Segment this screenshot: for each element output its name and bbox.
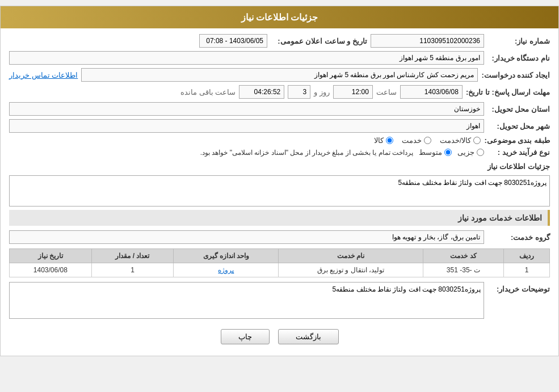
category-label-kala: کالا: [374, 136, 384, 145]
need-desc-textarea[interactable]: پروژه8030251 جهت افت ولتاژ نقاط مختلف من…: [9, 175, 550, 206]
print-button[interactable]: چاپ: [221, 329, 270, 344]
procurement-options: جزیی متوسط پرداخت تمام یا بخشی از مبلغ خ…: [200, 148, 484, 157]
buyer-desc-textarea[interactable]: پروژه8030251 جهت افت ولتاژ نقاط مختلف من…: [9, 282, 484, 319]
procurement-label: نوع فرآیند خرید :: [487, 148, 550, 157]
services-section-title: اطلاعات خدمات مورد نیاز: [9, 210, 550, 226]
need-desc-section: جزئیات اطلاعات نیاز پروژه8030251 جهت افت…: [9, 160, 550, 206]
procurement-label-motawaset: متوسط: [419, 148, 442, 157]
need-desc-wrapper: پروژه8030251 جهت افت ولتاژ نقاط مختلف من…: [9, 175, 550, 206]
need-number-row: شماره نیاز: تاریخ و ساعت اعلان عمومی:: [9, 34, 550, 48]
page-header: جزئیات اطلاعات نیاز: [1, 6, 558, 28]
col-header-unit: واحد اندازه گیری: [174, 249, 279, 263]
procurement-row: نوع فرآیند خرید : جزیی متوسط پرداخت تمام…: [9, 148, 550, 157]
buyer-org-input: [9, 51, 484, 65]
deadline-days-label: روز و: [314, 88, 330, 96]
need-desc-row: پروژه8030251 جهت افت ولتاژ نقاط مختلف من…: [9, 175, 550, 206]
buyer-desc-label: توضیحات خریدار:: [487, 282, 550, 293]
category-label: طبقه بندی موضوعی:: [484, 136, 550, 145]
cell-service-code: ت -35- 351: [423, 263, 504, 277]
deadline-time-label: ساعت: [376, 88, 397, 96]
procurement-label-jozi: جزیی: [457, 148, 474, 157]
city-input: [9, 119, 484, 133]
need-desc-section-title: جزئیات اطلاعات نیاز: [9, 160, 550, 173]
cell-quantity: 1: [91, 263, 174, 277]
category-radio-khedmat[interactable]: [424, 137, 431, 144]
category-label-khedmat: خدمت: [402, 136, 422, 145]
deadline-row: مهلت ارسال پاسخ: تا تاریخ: ساعت روز و سا…: [9, 85, 550, 99]
button-row: بازگشت چاپ: [9, 329, 550, 344]
col-header-date: تاریخ نیاز: [10, 249, 92, 263]
category-option-kala-khedmat: کالا/خدمت: [440, 136, 481, 145]
province-label: استان محل تحویل:: [487, 105, 550, 113]
procurement-note: پرداخت تمام یا بخشی از مبلغ خریدار از مح…: [200, 149, 413, 157]
deadline-label: مهلت ارسال پاسخ: تا تاریخ:: [466, 88, 550, 96]
requester-row: ایجاد کننده درخواست: اطلاعات تماس خریدار: [9, 68, 550, 82]
cell-row-num: 1: [504, 263, 550, 277]
service-group-label: گروه خدمت:: [487, 233, 550, 242]
buyer-org-label: نام دستگاه خریدار:: [487, 54, 550, 62]
back-button[interactable]: بازگشت: [278, 329, 339, 344]
table-header: ردیف کد خدمت نام خدمت واحد اندازه گیری ت…: [10, 249, 550, 263]
cell-unit[interactable]: پروژه: [174, 263, 279, 277]
category-label-kala-khedmat: کالا/خدمت: [440, 136, 472, 145]
service-group-row: گروه خدمت:: [9, 230, 550, 244]
col-header-quantity: تعداد / مقدار: [91, 249, 174, 263]
cell-service-name: تولید، انتقال و توزیع برق: [279, 263, 423, 277]
page-title: جزئیات اطلاعات نیاز: [241, 12, 318, 22]
buyer-org-row: نام دستگاه خریدار:: [9, 51, 550, 65]
table-body: 1 ت -35- 351 تولید، انتقال و توزیع برق پ…: [10, 263, 550, 277]
col-header-service-code: کد خدمت: [423, 249, 504, 263]
announcement-date-input: [199, 34, 267, 48]
services-table-section: ردیف کد خدمت نام خدمت واحد اندازه گیری ت…: [9, 248, 550, 277]
requester-label: ایجاد کننده درخواست:: [481, 71, 550, 79]
procurement-radio-motawaset[interactable]: [444, 149, 452, 156]
content-area: شماره نیاز: تاریخ و ساعت اعلان عمومی: نا…: [1, 28, 558, 356]
buyer-desc-wrapper: پروژه8030251 جهت افت ولتاژ نقاط مختلف من…: [9, 282, 484, 321]
province-row: استان محل تحویل:: [9, 102, 550, 116]
deadline-days-input: [288, 85, 310, 99]
category-radio-kala-khedmat[interactable]: [473, 137, 481, 144]
page-wrapper: جزئیات اطلاعات نیاز شماره نیاز: تاریخ و …: [0, 6, 559, 356]
category-option-khedmat: خدمت: [402, 136, 431, 145]
requester-input: [81, 68, 478, 82]
col-header-service-name: نام خدمت: [279, 249, 423, 263]
table-row: 1 ت -35- 351 تولید، انتقال و توزیع برق پ…: [10, 263, 550, 277]
province-input: [9, 102, 484, 116]
services-table: ردیف کد خدمت نام خدمت واحد اندازه گیری ت…: [9, 248, 550, 277]
buyer-desc-row: توضیحات خریدار: پروژه8030251 جهت افت ولت…: [9, 282, 550, 321]
deadline-date-input: [400, 85, 463, 99]
category-radio-kala[interactable]: [386, 137, 393, 144]
need-number-label: شماره نیاز:: [487, 37, 550, 45]
category-radio-group: کالا/خدمت خدمت کالا: [374, 136, 481, 145]
service-group-input: [9, 230, 484, 244]
need-number-input: [371, 34, 484, 48]
cell-date: 1403/06/08: [10, 263, 92, 277]
announcement-date-label: تاریخ و ساعت اعلان عمومی:: [271, 37, 367, 45]
procurement-radio-jozi[interactable]: [477, 149, 484, 156]
deadline-time-input: [333, 85, 373, 99]
procurement-option-jozi: جزیی: [457, 148, 484, 157]
deadline-remaining-label: ساعت باقی مانده: [180, 88, 236, 96]
category-row: طبقه بندی موضوعی: کالا/خدمت خدمت کالا: [9, 136, 550, 145]
city-label: شهر محل تحویل:: [487, 122, 550, 130]
col-header-row-num: ردیف: [504, 249, 550, 263]
category-option-kala: کالا: [374, 136, 393, 145]
requester-contact-link[interactable]: اطلاعات تماس خریدار: [9, 71, 78, 79]
city-row: شهر محل تحویل:: [9, 119, 550, 133]
procurement-option-motawaset: متوسط: [419, 148, 452, 157]
deadline-remaining-input: [239, 85, 284, 99]
